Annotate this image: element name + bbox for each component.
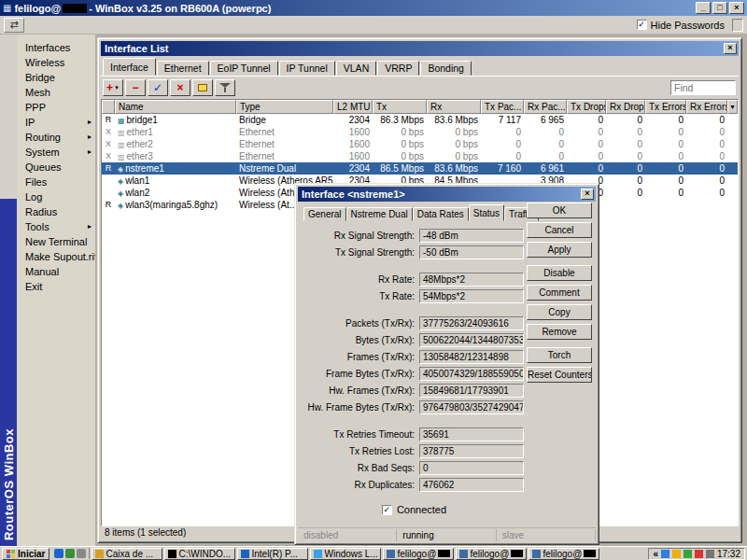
tray-icon[interactable] [684,550,692,558]
torch-button[interactable]: Torch [527,347,592,363]
tray-icon[interactable] [695,550,703,558]
tab-data-rates[interactable]: Data Rates [413,207,469,221]
sidebar-item-routing[interactable]: Routing▸ [17,130,95,145]
row-l2mtu: 2304 [333,162,373,175]
tray-icon[interactable] [672,550,681,558]
maximize-button[interactable]: □ [712,2,727,14]
minimize-button[interactable]: _ [696,2,711,14]
quick-launch-icon[interactable] [77,549,86,558]
checkbox-icon[interactable]: ✓ [382,505,392,515]
dialog-title: Interface <nstreme1> [302,189,405,200]
column-header-l2mtu[interactable]: L2 MTU [333,100,373,114]
row-type: Nstreme Dual [236,162,333,175]
table-row[interactable]: X ▥ether3 Ethernet 1600 0 bps 0 bps 0 0 … [102,150,738,162]
copy-button[interactable]: Copy [527,304,592,320]
disable-interface-button[interactable]: Disable [527,265,592,281]
column-header-rx-errors[interactable]: Rx Errors [686,100,727,114]
add-button[interactable]: +▼ [103,79,123,96]
sidebar-item-tools[interactable]: Tools▸ [17,219,95,234]
column-header-name[interactable]: Name [115,100,236,114]
table-row-selected[interactable]: R ◈nstreme1 Nstreme Dual 2304 86.5 Mbps … [102,162,738,175]
find-input[interactable] [670,80,736,95]
disable-button[interactable]: × [170,79,190,96]
enable-button[interactable]: ✓ [148,79,168,96]
tab-nstreme-dual[interactable]: Nstreme Dual [346,207,413,221]
tray-icon[interactable] [706,550,714,558]
apply-button[interactable]: Apply [527,242,592,258]
tab-vrrp[interactable]: VRRP [377,61,419,76]
sidebar-item-exit[interactable]: Exit [17,279,95,294]
sidebar-item-new-terminal[interactable]: New Terminal [17,234,95,249]
table-row[interactable]: X ▥ether2 Ethernet 1600 0 bps 0 bps 0 0 … [102,138,738,150]
task-button-winbox-3[interactable]: felilogo@ [529,548,599,560]
tab-interface[interactable]: Interface [103,58,156,76]
sidebar-item-ppp[interactable]: PPP [17,100,95,115]
task-button-cwindows[interactable]: C:\WINDO... [164,548,235,560]
column-header-flag[interactable] [102,100,115,114]
app-titlebar[interactable]: ▦ felilogo@ - WinBox v3.25 on RB600A (po… [0,0,747,16]
column-header-tx[interactable]: Tx [373,100,427,114]
dialog-titlebar[interactable]: Interface <nstreme1> × [298,187,596,202]
sidebar-item-interfaces[interactable]: Interfaces [17,40,95,55]
comment-toolbar-button[interactable] [192,79,213,96]
reset-counters-button[interactable]: Reset Counters [527,367,592,383]
tray-ic0n[interactable] [661,550,669,558]
windows-logo-icon [7,550,15,558]
column-header-tx-packets[interactable]: Tx Pac... [481,100,524,114]
dialog-close-button[interactable]: × [581,189,594,200]
tab-vlan[interactable]: VLAN [336,61,376,76]
connected-checkbox[interactable]: ✓ Connected [303,504,525,515]
table-row[interactable]: X ▥ether1 Ethernet 1600 0 bps 0 bps 0 0 … [102,126,738,138]
interface-list-close-button[interactable]: × [724,43,737,54]
mdi-workspace: Interface List × Interface Ethernet EoIP… [95,35,747,546]
column-header-tx-errors[interactable]: Tx Errors [645,100,686,114]
filter-button[interactable] [215,79,235,96]
tab-ip-tunnel[interactable]: IP Tunnel [279,61,335,76]
cancel-button[interactable]: Cancel [527,222,592,238]
sidebar-item-queues[interactable]: Queues [17,160,95,175]
task-button-intel[interactable]: Intel(R) P... [237,548,308,560]
interface-list-titlebar[interactable]: Interface List × [101,41,739,56]
sidebar-item-log[interactable]: Log [17,189,95,204]
row-filler [727,114,738,126]
sidebar-item-files[interactable]: Files [17,175,95,189]
sidebar-item-make-supout-rif[interactable]: Make Supout.rif [17,249,95,264]
ok-button[interactable]: OK [527,203,592,218]
sidebar-item-bridge[interactable]: Bridge [17,70,95,85]
start-button[interactable]: Iniciar [2,548,49,560]
sidebar-item-radius[interactable]: Radius [17,204,95,219]
column-header-rx[interactable]: Rx [427,100,481,114]
close-button[interactable]: × [729,2,744,14]
tab-eoip-tunnel[interactable]: EoIP Tunnel [210,61,278,76]
tab-ethernet[interactable]: Ethernet [157,61,209,76]
tray-expand-button[interactable]: « [653,549,658,559]
column-header-rx-drops[interactable]: Rx Drops [606,100,645,114]
hide-passwords-control[interactable]: ✓ Hide Passwords [637,20,725,31]
task-button-winbox-2[interactable]: felilogo@ [456,548,527,560]
remove-button[interactable]: − [125,79,146,96]
hide-passwords-checkbox[interactable]: ✓ [637,20,647,30]
wireless-icon: ◈ [118,177,123,186]
sidebar-item-system[interactable]: System▸ [17,145,95,160]
column-header-rx-packets[interactable]: Rx Pac... [524,100,567,114]
comment-button[interactable]: Comment [527,285,592,301]
quick-launch-icon[interactable] [54,549,63,558]
submenu-arrow-icon: ▸ [88,130,92,145]
column-header-tx-drops[interactable]: Tx Drops [567,100,606,114]
quick-launch-icon[interactable] [65,549,75,558]
task-button-windows-l[interactable]: Windows L... [310,548,381,560]
column-header-type[interactable]: Type [236,100,333,114]
sidebar-item-ip[interactable]: IP▸ [17,115,95,130]
sidebar-item-wireless[interactable]: Wireless [17,55,95,70]
tab-bonding[interactable]: Bonding [420,61,472,76]
remove-button[interactable]: Remove [527,324,592,340]
session-icon[interactable]: ⇄ [4,18,24,33]
sidebar-item-manual[interactable]: Manual [17,264,95,279]
tab-status[interactable]: Status [469,204,504,221]
sidebar-item-mesh[interactable]: Mesh [17,85,95,100]
tab-general[interactable]: General [303,207,346,221]
task-button-winbox-1[interactable]: felilogo@ [383,548,454,560]
column-selector-button[interactable]: ▼ [727,100,738,114]
task-button-caixa[interactable]: Caixa de ... [92,548,162,560]
table-row[interactable]: R ▦bridge1 Bridge 2304 86.3 Mbps 83.6 Mb… [102,114,738,126]
